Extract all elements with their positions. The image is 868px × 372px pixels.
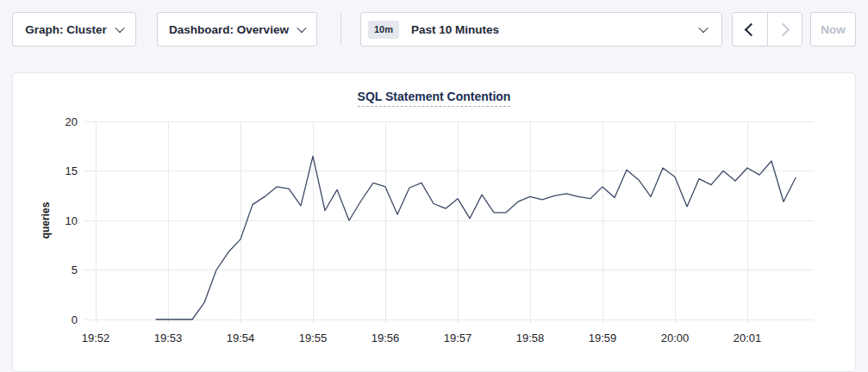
now-button-label: Now: [821, 23, 846, 36]
toolbar: Graph: Cluster Dashboard: Overview 10m P…: [0, 0, 868, 59]
svg-text:19:52: 19:52: [82, 332, 110, 344]
svg-text:0: 0: [72, 313, 78, 326]
chevron-down-icon: [297, 23, 306, 33]
chart-panel: SQL Statement Contention 0510152019:5219…: [12, 72, 856, 372]
prev-range-button[interactable]: [733, 13, 767, 46]
svg-text:19:57: 19:57: [444, 332, 472, 344]
svg-text:20:01: 20:01: [734, 332, 762, 344]
graph-dropdown[interactable]: Graph: Cluster: [12, 12, 136, 46]
line-chart: 0510152019:5219:5319:5419:5519:5619:5719…: [13, 73, 855, 371]
svg-text:19:56: 19:56: [372, 332, 400, 344]
svg-text:5: 5: [72, 264, 78, 276]
dashboard-dropdown-label: Dashboard: Overview: [169, 23, 289, 36]
chevron-down-icon: [698, 23, 708, 33]
svg-text:20:00: 20:00: [661, 332, 690, 344]
svg-text:19:53: 19:53: [154, 332, 183, 344]
time-range-badge: 10m: [368, 21, 399, 39]
time-range-dropdown[interactable]: 10m Past 10 Minutes: [360, 12, 722, 46]
svg-text:20: 20: [66, 115, 78, 128]
svg-text:19:58: 19:58: [516, 332, 545, 344]
chevron-left-icon: [744, 22, 758, 36]
svg-text:19:55: 19:55: [299, 332, 328, 344]
toolbar-divider: [340, 13, 341, 46]
chevron-right-icon: [777, 22, 790, 36]
svg-text:15: 15: [66, 164, 78, 177]
svg-text:19:54: 19:54: [227, 332, 255, 344]
graph-dropdown-label: Graph: Cluster: [25, 23, 107, 36]
time-range-nav-group: [732, 12, 802, 46]
chevron-down-icon: [115, 23, 124, 33]
now-button[interactable]: Now: [810, 12, 856, 46]
svg-text:10: 10: [66, 214, 78, 227]
dashboard-dropdown[interactable]: Dashboard: Overview: [157, 12, 317, 46]
svg-text:queries: queries: [40, 202, 52, 239]
next-range-button[interactable]: [767, 13, 802, 46]
time-range-label: Past 10 Minutes: [411, 23, 499, 36]
svg-text:19:59: 19:59: [589, 332, 617, 344]
